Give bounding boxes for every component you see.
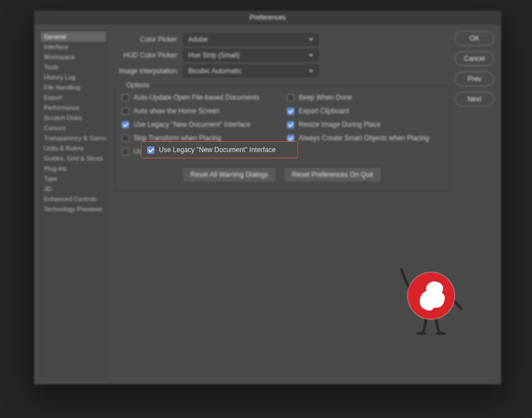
option-label: Export Clipboard [299,107,349,115]
ok-button[interactable]: OK [455,31,494,46]
sidebar-item-guides-grid-slices[interactable]: Guides, Grid & Slices [41,153,106,163]
option-label: Skip Transform when Placing [134,134,221,142]
option-label: Use Legacy "New Document" Interface [134,121,250,128]
sidebar-item-performance[interactable]: Performance [41,103,106,113]
checkbox-icon [122,108,129,115]
svg-point-1 [436,332,446,335]
sidebar-item-interface[interactable]: Interface [41,42,106,52]
sidebar-item-units-rulers[interactable]: Units & Rulers [41,143,106,153]
sidebar-item-tools[interactable]: Tools [41,62,106,72]
chevron-down-icon [309,54,313,57]
option-label: Resize Image During Place [299,121,380,128]
interpolation-label: Image Interpolation: [114,67,183,75]
interpolation-select[interactable]: Bicubic Automatic [183,65,318,77]
cancel-button[interactable]: Cancel [455,51,494,66]
checkbox-icon [122,121,129,128]
sidebar-item-history-log[interactable]: History Log [41,72,106,82]
hud-picker-select[interactable]: Hue Strip (Small) [183,49,318,61]
sidebar-item-file-handling[interactable]: File Handling [41,82,106,92]
options-legend: Options [123,81,153,89]
sidebar-item-transparency-gamut[interactable]: Transparency & Gamut [41,133,106,143]
svg-point-0 [416,332,427,335]
chevron-down-icon [309,70,313,73]
option-always-create-smart-objects[interactable]: Always Create Smart Objects when Placing [287,134,442,142]
checkbox-icon [122,148,129,155]
option-label: Auto show the Home Screen [134,107,220,115]
option-skip-transform[interactable]: Skip Transform when Placing [122,134,277,142]
select-value: Hue Strip (Small) [188,51,240,59]
color-picker-select[interactable]: Adobe [183,33,318,46]
checkbox-icon [287,108,294,115]
dialog-title: Preferences [34,11,501,24]
checkbox-icon [122,94,129,101]
sidebar-item-export[interactable]: Export [41,92,106,103]
hud-picker-label: HUD Color Picker: [114,51,183,59]
category-sidebar: General Interface Workspace Tools Histor… [40,30,107,377]
sidebar-item-general[interactable]: General [41,32,106,42]
sidebar-item-workspace[interactable]: Workspace [41,52,106,62]
reset-warnings-button[interactable]: Reset All Warning Dialogs [182,167,277,183]
option-use-legacy-new-document[interactable]: Use Legacy "New Document" Interface [122,121,277,128]
options-fieldset: Options Auto-Update Open File-based Docu… [114,85,449,191]
checkbox-icon [287,135,294,142]
reset-on-quit-button[interactable]: Reset Preferences On Quit [283,167,382,183]
next-button[interactable]: Next [455,92,494,106]
mascot-icon [400,265,462,338]
checkbox-icon [122,135,129,142]
prev-button[interactable]: Prev [455,72,494,86]
checkbox-icon [287,121,294,128]
select-value: Adobe [188,35,208,43]
checkbox-icon [147,146,154,154]
option-label: Beep When Done [299,94,352,101]
option-label: Always Create Smart Objects when Placing [299,134,429,142]
sidebar-item-plug-ins[interactable]: Plug-Ins [41,163,106,174]
sidebar-item-scratch-disks[interactable]: Scratch Disks [41,113,106,123]
option-label: Use Legacy "New Document" Interface [159,146,276,154]
option-label: Auto-Update Open File-based Documents [134,94,259,101]
select-value: Bicubic Automatic [188,67,242,75]
chevron-down-icon [309,38,313,41]
checkbox-icon [287,94,294,101]
option-auto-show-home[interactable]: Auto show the Home Screen [122,107,277,115]
option-beep-when-done[interactable]: Beep When Done [287,94,442,101]
option-resize-image-during-place[interactable]: Resize Image During Place [287,121,442,128]
sidebar-item-3d[interactable]: 3D [41,184,106,194]
sidebar-item-cursors[interactable]: Cursors [41,123,106,133]
color-picker-label: Color Picker: [114,35,183,43]
highlighted-option-use-legacy-new-document[interactable]: Use Legacy "New Document" Interface [141,141,298,158]
sidebar-item-technology-previews[interactable]: Technology Previews [41,204,106,214]
sidebar-item-type[interactable]: Type [41,174,106,184]
sidebar-item-enhanced-controls[interactable]: Enhanced Controls [41,194,106,204]
option-auto-update[interactable]: Auto-Update Open File-based Documents [122,94,277,101]
option-export-clipboard[interactable]: Export Clipboard [287,107,442,115]
